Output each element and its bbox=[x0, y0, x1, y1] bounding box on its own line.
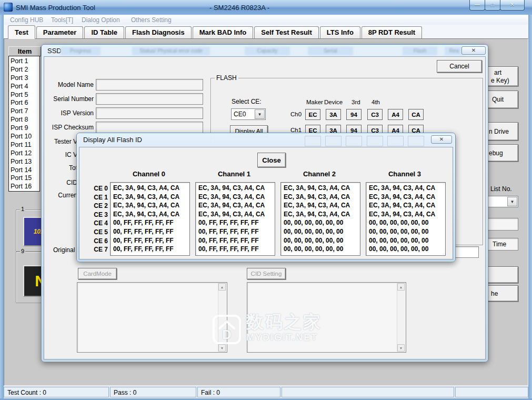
ce-label: CE 3 bbox=[88, 211, 108, 219]
debug-button-label: ebug bbox=[489, 149, 503, 157]
device-column-header: Device bbox=[324, 99, 343, 105]
flash-id-row: 00, 00, 00, 00, 00, 00 bbox=[284, 236, 360, 245]
isp-checksum-label: ISP Checksum bbox=[44, 124, 94, 131]
scroll-down-icon[interactable]: ▼ bbox=[397, 344, 405, 352]
flash-id-row: EC, 3A, 94, C3, A4, CA bbox=[284, 184, 360, 193]
flash-id-row: 00, 00, 00, 00, 00, 00 bbox=[284, 227, 360, 236]
port-item[interactable]: Port 8 bbox=[9, 116, 39, 124]
background-table-header-serial: Serial bbox=[308, 47, 353, 55]
cardmode-listbox[interactable]: ▲ ▼ bbox=[77, 282, 227, 353]
channel-0-flash-id-box: EC, 3A, 94, C3, A4, CA EC, 3A, 94, C3, A… bbox=[110, 182, 190, 256]
menu-others-setting[interactable]: Others Setting bbox=[131, 16, 172, 24]
cardmode-button[interactable]: CardMode bbox=[78, 268, 117, 279]
scroll-up-icon[interactable]: ▲ bbox=[218, 283, 226, 291]
port-item[interactable]: Port 2 bbox=[9, 66, 39, 74]
port-item[interactable]: Port 4 bbox=[9, 83, 39, 91]
port-item[interactable]: Port 14 bbox=[9, 166, 39, 175]
tab-8p-rdt-result[interactable]: 8P RDT Result bbox=[362, 26, 422, 38]
ghost-flash-box bbox=[408, 136, 424, 146]
port-item[interactable]: Port 15 bbox=[9, 174, 39, 183]
status-panel-empty bbox=[282, 387, 454, 397]
flash-id-row: EC, 3A, 94, C3, A4, CA bbox=[369, 210, 445, 219]
select-ce-dropdown[interactable]: CE0 ▼ bbox=[231, 108, 266, 120]
tab-flash-diagnosis[interactable]: Flash Diagnosis bbox=[125, 26, 192, 38]
flash-id-cell: C3 bbox=[367, 109, 383, 120]
3rd-column-header: 3rd bbox=[352, 99, 360, 105]
scroll-up-icon[interactable]: ▲ bbox=[397, 283, 405, 291]
flash-id-row: 00, FF, FF, FF, FF, FF bbox=[198, 227, 275, 236]
isp-version-label: ISP Version bbox=[44, 109, 94, 117]
port-item[interactable]: Port 1 bbox=[9, 57, 39, 66]
status-pass: Pass : 0 bbox=[110, 387, 196, 397]
model-name-field[interactable] bbox=[96, 79, 203, 91]
flash-id-row: EC, 3A, 94, C3, A4, CA bbox=[113, 210, 189, 219]
serial-number-field[interactable] bbox=[96, 93, 203, 105]
chevron-down-icon[interactable]: ▼ bbox=[507, 197, 517, 206]
flash-id-row: EC, 3A, 94, C3, A4, CA bbox=[113, 201, 189, 210]
isp-checksum-field[interactable] bbox=[96, 122, 203, 133]
tab-mark-bad-info[interactable]: Mark BAD Info bbox=[193, 26, 254, 38]
flash-groupbox-title: FLASH bbox=[215, 74, 238, 82]
scroll-down-icon[interactable]: ▼ bbox=[218, 344, 226, 352]
menu-bar: Config HUB Tools[T] Dialog Option Others… bbox=[4, 15, 528, 25]
status-bar: Test Count : 0 Pass : 0 Fail : 0 bbox=[4, 386, 528, 398]
window-border-left bbox=[0, 15, 4, 398]
status-fail: Fail : 0 bbox=[197, 387, 280, 397]
tab-id-table[interactable]: ID Table bbox=[84, 26, 124, 38]
flash-id-row: 00, FF, FF, FF, FF, FF bbox=[113, 245, 189, 254]
channel-3-flash-id-box: EC, 3A, 94, C3, A4, CA EC, 3A, 94, C3, A… bbox=[366, 182, 446, 256]
ghost-flash-box bbox=[325, 136, 342, 146]
port-item[interactable]: Port 10 bbox=[9, 133, 39, 141]
scrollbar[interactable]: ▲ ▼ bbox=[397, 283, 405, 352]
ghost-flash-box bbox=[367, 136, 383, 146]
close-button[interactable]: Close bbox=[257, 153, 286, 167]
flash-id-dialog-client: Close Channel 0 Channel 1 Channel 2 Chan… bbox=[79, 147, 453, 259]
flash-id-row: EC, 3A, 94, C3, A4, CA bbox=[284, 201, 360, 210]
port-item[interactable]: Port 9 bbox=[9, 124, 39, 133]
flash-id-dialog-close-icon[interactable]: ✕ bbox=[431, 135, 452, 144]
tab-self-test-result[interactable]: Self Test Result bbox=[254, 26, 319, 38]
port-item[interactable]: Port 11 bbox=[9, 141, 39, 149]
port-item[interactable]: Port 5 bbox=[9, 91, 39, 99]
ghost-flash-box bbox=[305, 136, 321, 146]
watermark: D 数码之家 MYDIGIT.NET bbox=[212, 313, 322, 345]
port-item[interactable]: Port 3 bbox=[9, 74, 39, 83]
display-all-flash-id-dialog: Display All Flash ID ✕ Close Channel 0 C… bbox=[76, 133, 456, 262]
chevron-down-icon[interactable]: ▼ bbox=[255, 109, 265, 119]
port-item[interactable]: Port 16 bbox=[9, 183, 39, 191]
cancel-button[interactable]: Cancel bbox=[437, 60, 482, 73]
flash-id-row: 00, FF, FF, FF, FF, FF bbox=[198, 245, 275, 254]
flash-id-row: 00, 00, 00, 00, 00, 00 bbox=[284, 218, 360, 227]
window-titlebar[interactable]: SMI Mass Production Tool - SM2246 R0823A… bbox=[0, 0, 532, 15]
ce-label-column: CE 0 CE 1 CE 2 CE 3 CE 4 CE 5 CE 6 CE 7 bbox=[88, 184, 108, 254]
menu-tools[interactable]: Tools[T] bbox=[51, 16, 73, 24]
port-group-1-label: 1 bbox=[20, 206, 25, 212]
flash-id-row: EC, 3A, 94, C3, A4, CA bbox=[198, 201, 275, 210]
model-name-label: Model Name bbox=[44, 81, 94, 88]
close-icon[interactable]: ✕ bbox=[500, 0, 525, 11]
port-list: Port 1 Port 2 Port 3 Port 4 Port 5 Port … bbox=[8, 56, 40, 192]
port-item[interactable]: Port 7 bbox=[9, 107, 39, 116]
flash-id-row: EC, 3A, 94, C3, A4, CA bbox=[369, 201, 445, 210]
window-subtitle: - SM2246 R0823A - bbox=[209, 4, 269, 12]
channel-2-flash-id-box: EC, 3A, 94, C3, A4, CA EC, 3A, 94, C3, A… bbox=[280, 182, 360, 256]
menu-config-hub[interactable]: Config HUB bbox=[10, 16, 43, 24]
port-item[interactable]: Port 12 bbox=[9, 149, 39, 158]
flash-id-row: 00, 00, 00, 00, 00, 00 bbox=[369, 245, 445, 254]
port-item[interactable]: Port 13 bbox=[9, 158, 39, 166]
tab-lts-info[interactable]: LTS Info bbox=[320, 26, 360, 38]
start-button-label-line1: art bbox=[491, 69, 501, 76]
tab-test[interactable]: Test bbox=[8, 25, 35, 39]
cid-setting-button[interactable]: CID Setting bbox=[247, 268, 286, 279]
menu-dialog-option[interactable]: Dialog Option bbox=[82, 16, 120, 24]
minimize-icon[interactable]: — bbox=[469, 0, 485, 11]
isp-version-field[interactable] bbox=[96, 107, 203, 119]
maximize-icon[interactable]: □ bbox=[485, 0, 500, 11]
select-ce-label: Select CE: bbox=[232, 98, 262, 105]
flash-id-row: 00, 00, 00, 00, 00, 00 bbox=[284, 245, 360, 254]
ssd-dialog-close-icon[interactable]: ✕ bbox=[461, 46, 486, 55]
port-item[interactable]: Port 6 bbox=[9, 99, 39, 107]
background-table-header-flash: Flash bbox=[403, 47, 437, 55]
ghost-flash-box bbox=[346, 136, 362, 146]
tab-parameter[interactable]: Parameter bbox=[36, 26, 84, 38]
